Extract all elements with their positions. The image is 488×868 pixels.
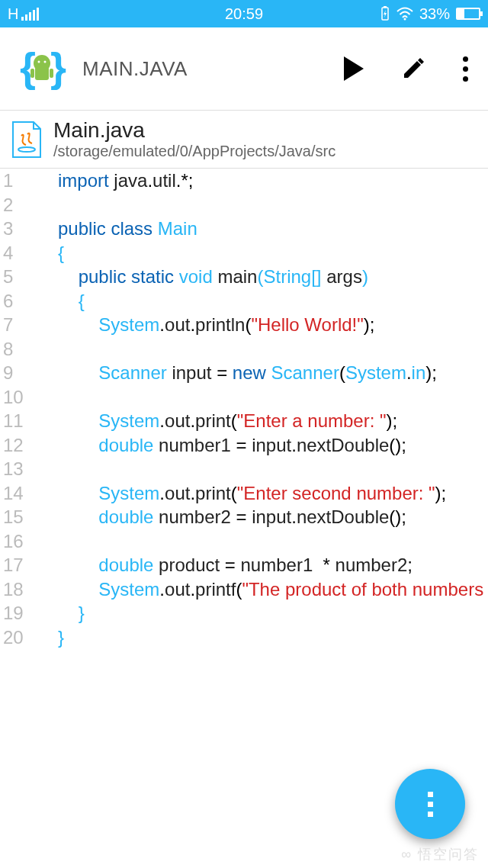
wifi-icon	[396, 7, 413, 21]
run-button[interactable]	[344, 56, 364, 81]
line-number: 18	[3, 577, 38, 602]
battery-percent: 33%	[419, 5, 450, 23]
code-line[interactable]: System.out.print("Enter a number: ");	[58, 409, 483, 433]
line-number: 12	[3, 433, 38, 458]
code-line[interactable]: {	[58, 241, 483, 265]
svg-rect-6	[35, 67, 49, 80]
line-number: 16	[3, 529, 38, 554]
code-line[interactable]: import java.util.*;	[58, 169, 483, 193]
line-number: 2	[3, 193, 38, 217]
watermark: ∞ 悟空问答	[401, 845, 479, 863]
line-number: 4	[3, 241, 38, 265]
overflow-menu-button[interactable]	[463, 56, 468, 82]
line-gutter: 1234567891011121314151617181920	[0, 169, 38, 649]
code-editor[interactable]: 1234567891011121314151617181920 import j…	[0, 169, 488, 649]
status-right: 33%	[380, 5, 480, 23]
java-file-icon	[11, 121, 43, 159]
code-line[interactable]: System.out.print("Enter second number: "…	[58, 481, 483, 506]
code-line[interactable]	[58, 193, 483, 217]
code-line[interactable]: {	[58, 289, 483, 313]
code-line[interactable]: }	[58, 625, 483, 650]
code-line[interactable]: }	[58, 601, 483, 625]
line-number: 5	[3, 265, 38, 289]
code-line[interactable]: public static void main(String[] args)	[58, 265, 483, 289]
svg-text:}: }	[50, 44, 66, 90]
signal-icon	[21, 7, 39, 21]
fab-dots-icon	[428, 792, 433, 817]
app-bar: { } MAIN.JAVA	[0, 27, 488, 110]
app-title: MAIN.JAVA	[82, 57, 188, 81]
app-logo[interactable]: { }	[15, 42, 69, 95]
svg-rect-8	[50, 69, 53, 78]
edit-button[interactable]	[402, 57, 425, 80]
line-number: 1	[3, 169, 38, 193]
code-line[interactable]	[58, 385, 483, 410]
line-number: 8	[3, 337, 38, 362]
file-path: /storage/emulated/0/AppProjects/Java/src	[53, 143, 336, 160]
line-number: 10	[3, 385, 38, 410]
clock: 20:59	[225, 5, 263, 23]
line-number: 3	[3, 217, 38, 241]
line-number: 11	[3, 409, 38, 433]
code-line[interactable]	[58, 337, 483, 362]
code-line[interactable]: double product = number1 * number2;	[58, 553, 483, 577]
line-number: 20	[3, 625, 38, 650]
code-content[interactable]: import java.util.*; public class Main{ p…	[38, 169, 483, 649]
code-line[interactable]: Scanner input = new Scanner(System.in);	[58, 361, 483, 385]
charging-icon	[380, 6, 390, 21]
svg-text:{: {	[20, 44, 36, 90]
code-line[interactable]: public class Main	[58, 217, 483, 241]
code-line[interactable]: System.out.printf("The product of both n…	[58, 577, 483, 602]
fab-button[interactable]	[395, 769, 465, 839]
line-number: 6	[3, 289, 38, 313]
line-number: 15	[3, 505, 38, 529]
battery-icon	[456, 8, 480, 20]
app-actions	[344, 56, 473, 82]
line-number: 14	[3, 481, 38, 506]
network-type: H	[8, 5, 18, 23]
code-line[interactable]	[58, 529, 483, 554]
svg-point-10	[44, 61, 47, 63]
line-number: 7	[3, 313, 38, 337]
file-name: Main.java	[53, 118, 336, 143]
status-bar: H 20:59 33%	[0, 0, 488, 27]
line-number: 17	[3, 553, 38, 577]
file-header[interactable]: Main.java /storage/emulated/0/AppProject…	[0, 110, 488, 169]
svg-point-2	[403, 18, 406, 21]
status-left: H	[8, 5, 39, 23]
line-number: 9	[3, 361, 38, 385]
file-info: Main.java /storage/emulated/0/AppProject…	[53, 118, 336, 160]
svg-point-9	[38, 61, 40, 63]
svg-rect-1	[384, 6, 387, 8]
code-line[interactable]	[58, 457, 483, 481]
code-line[interactable]: double number1 = input.nextDouble();	[58, 433, 483, 458]
line-number: 13	[3, 457, 38, 481]
code-line[interactable]: System.out.println("Hello World!");	[58, 313, 483, 337]
code-line[interactable]: double number2 = input.nextDouble();	[58, 505, 483, 529]
svg-rect-7	[30, 69, 34, 78]
line-number: 19	[3, 601, 38, 625]
